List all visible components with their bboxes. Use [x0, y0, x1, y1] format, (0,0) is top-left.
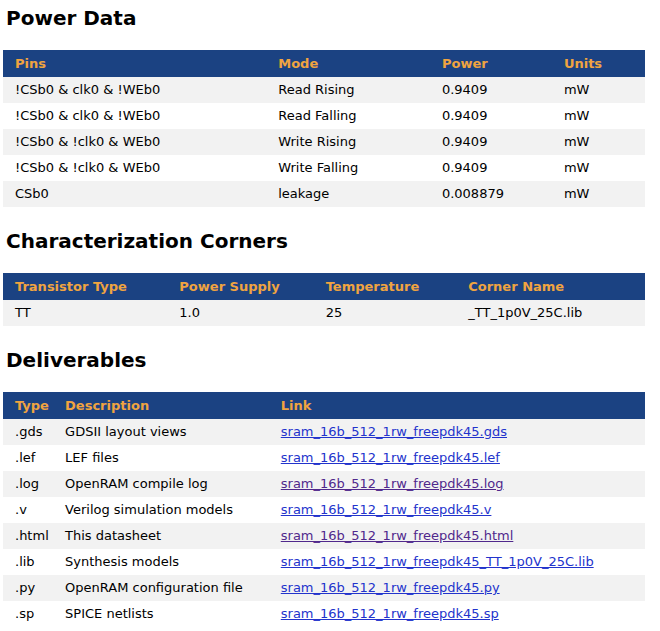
table-cell: 0.9409 [430, 103, 552, 129]
table-cell: .gds [3, 419, 53, 445]
table-row: .lefLEF filessram_16b_512_1rw_freepdk45.… [3, 445, 645, 471]
column-header: Power Supply [167, 273, 313, 300]
deliverable-link[interactable]: sram_16b_512_1rw_freepdk45_TT_1p0V_25C.l… [281, 554, 594, 569]
table-row: TT1.025_TT_1p0V_25C.lib [3, 300, 645, 326]
table-cell: OpenRAM configuration file [53, 575, 269, 601]
table-row: .htmlThis datasheetsram_16b_512_1rw_free… [3, 523, 645, 549]
table-cell: !CSb0 & !clk0 & WEb0 [3, 129, 266, 155]
deliverable-link[interactable]: sram_16b_512_1rw_freepdk45.log [281, 476, 504, 491]
table-cell: !CSb0 & clk0 & !WEb0 [3, 103, 266, 129]
header-row: Transistor TypePower SupplyTemperatureCo… [3, 273, 645, 300]
column-header: Temperature [314, 273, 457, 300]
characterization-corners-section: Characterization Corners Transistor Type… [3, 229, 645, 326]
table-row: .vVerilog simulation modelssram_16b_512_… [3, 497, 645, 523]
table-cell: sram_16b_512_1rw_freepdk45.html [269, 523, 645, 549]
table-cell: CSb0 [3, 181, 266, 207]
power-data-heading: Power Data [6, 6, 645, 30]
table-cell: mW [552, 129, 645, 155]
table-cell: Synthesis models [53, 549, 269, 575]
table-cell: !CSb0 & !clk0 & WEb0 [3, 155, 266, 181]
table-row: !CSb0 & clk0 & !WEb0Read Rising0.9409mW [3, 77, 645, 103]
table-cell: SPICE netlists [53, 601, 269, 627]
power-data-table: PinsModePowerUnits !CSb0 & clk0 & !WEb0R… [3, 50, 645, 207]
table-cell: mW [552, 181, 645, 207]
table-cell: sram_16b_512_1rw_freepdk45.sp [269, 601, 645, 627]
header-row: PinsModePowerUnits [3, 50, 645, 77]
table-cell: Verilog simulation models [53, 497, 269, 523]
characterization-corners-heading: Characterization Corners [6, 229, 645, 253]
table-cell: 0.9409 [430, 155, 552, 181]
table-cell: Write Falling [266, 155, 430, 181]
table-cell: .lib [3, 549, 53, 575]
deliverables-section: Deliverables TypeDescriptionLink .gdsGDS… [3, 348, 645, 627]
table-cell: .py [3, 575, 53, 601]
table-row: .logOpenRAM compile logsram_16b_512_1rw_… [3, 471, 645, 497]
table-cell: LEF files [53, 445, 269, 471]
table-row: .libSynthesis modelssram_16b_512_1rw_fre… [3, 549, 645, 575]
table-cell: sram_16b_512_1rw_freepdk45.gds [269, 419, 645, 445]
table-row: CSb0leakage0.008879mW [3, 181, 645, 207]
deliverable-link[interactable]: sram_16b_512_1rw_freepdk45.gds [281, 424, 507, 439]
column-header: Corner Name [456, 273, 645, 300]
table-cell: mW [552, 77, 645, 103]
table-cell: 1.0 [167, 300, 313, 326]
table-row: .gdsGDSII layout viewssram_16b_512_1rw_f… [3, 419, 645, 445]
table-cell: 25 [314, 300, 457, 326]
table-cell: leakage [266, 181, 430, 207]
table-cell: Write Rising [266, 129, 430, 155]
deliverables-heading: Deliverables [6, 348, 645, 372]
table-cell: GDSII layout views [53, 419, 269, 445]
deliverable-link[interactable]: sram_16b_512_1rw_freepdk45.v [281, 502, 492, 517]
table-cell: _TT_1p0V_25C.lib [456, 300, 645, 326]
table-cell: OpenRAM compile log [53, 471, 269, 497]
deliverable-link[interactable]: sram_16b_512_1rw_freepdk45.sp [281, 606, 499, 621]
characterization-corners-table: Transistor TypePower SupplyTemperatureCo… [3, 273, 645, 326]
column-header: Description [53, 392, 269, 419]
table-cell: !CSb0 & clk0 & !WEb0 [3, 77, 266, 103]
table-cell: .log [3, 471, 53, 497]
table-cell: Read Rising [266, 77, 430, 103]
power-data-section: Power Data PinsModePowerUnits !CSb0 & cl… [3, 6, 645, 207]
column-header: Link [269, 392, 645, 419]
column-header: Type [3, 392, 53, 419]
column-header: Mode [266, 50, 430, 77]
table-cell: 0.9409 [430, 129, 552, 155]
column-header: Transistor Type [3, 273, 167, 300]
column-header: Pins [3, 50, 266, 77]
table-cell: TT [3, 300, 167, 326]
deliverable-link[interactable]: sram_16b_512_1rw_freepdk45.lef [281, 450, 500, 465]
table-cell: 0.9409 [430, 77, 552, 103]
table-cell: .html [3, 523, 53, 549]
table-row: !CSb0 & clk0 & !WEb0Read Falling0.9409mW [3, 103, 645, 129]
table-cell: .sp [3, 601, 53, 627]
deliverable-link[interactable]: sram_16b_512_1rw_freepdk45.html [281, 528, 514, 543]
table-cell: sram_16b_512_1rw_freepdk45.v [269, 497, 645, 523]
table-cell: Read Falling [266, 103, 430, 129]
table-cell: 0.008879 [430, 181, 552, 207]
table-row: .pyOpenRAM configuration filesram_16b_51… [3, 575, 645, 601]
table-cell: This datasheet [53, 523, 269, 549]
table-cell: sram_16b_512_1rw_freepdk45.log [269, 471, 645, 497]
table-cell: .v [3, 497, 53, 523]
deliverables-table: TypeDescriptionLink .gdsGDSII layout vie… [3, 392, 645, 627]
column-header: Power [430, 50, 552, 77]
table-row: .spSPICE netlistssram_16b_512_1rw_freepd… [3, 601, 645, 627]
table-cell: mW [552, 103, 645, 129]
table-cell: .lef [3, 445, 53, 471]
table-cell: mW [552, 155, 645, 181]
header-row: TypeDescriptionLink [3, 392, 645, 419]
table-row: !CSb0 & !clk0 & WEb0Write Rising0.9409mW [3, 129, 645, 155]
table-cell: sram_16b_512_1rw_freepdk45_TT_1p0V_25C.l… [269, 549, 645, 575]
table-cell: sram_16b_512_1rw_freepdk45.py [269, 575, 645, 601]
datasheet-page: { "theme": { "header_bg": "#1b4282", "he… [0, 0, 660, 631]
table-row: !CSb0 & !clk0 & WEb0Write Falling0.9409m… [3, 155, 645, 181]
column-header: Units [552, 50, 645, 77]
table-cell: sram_16b_512_1rw_freepdk45.lef [269, 445, 645, 471]
deliverable-link[interactable]: sram_16b_512_1rw_freepdk45.py [281, 580, 500, 595]
